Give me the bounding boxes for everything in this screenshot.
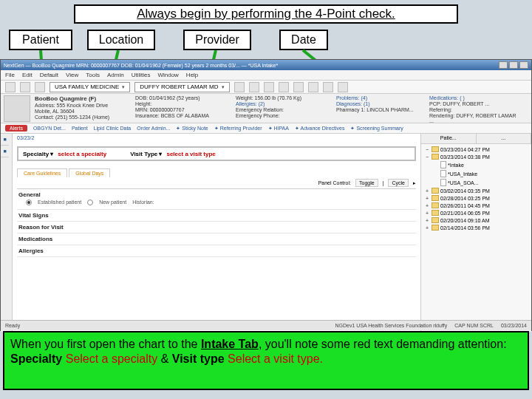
patient-banner: BooBoo Quagmire (F) Address: 555 Knock K…	[1, 94, 531, 123]
vtab-1[interactable]: ■	[1, 134, 9, 146]
status-env: NGDev1 USA Health Services Foundation rl…	[335, 323, 448, 328]
app-window: NextGen — BooBoo Quagmire MRN: 000000776…	[0, 59, 532, 331]
patient-dob: DOB: 01/04/1962 (52 years)	[135, 95, 231, 100]
encounter-date-header: 03/23/2	[13, 134, 420, 142]
left-tabstrip: ■ ■	[1, 134, 13, 332]
section-reason[interactable]: Reason for Visit	[17, 222, 416, 233]
menu-tools[interactable]: Tools	[86, 72, 100, 78]
toolbar-icon-6[interactable]	[308, 82, 318, 92]
radio-new[interactable]	[87, 200, 93, 205]
visit-type-label[interactable]: Visit Type ▾	[130, 151, 162, 157]
panel-control-label: Panel Control:	[318, 180, 351, 185]
practice-select[interactable]: USA FAMILY MEDICINE▾	[50, 82, 130, 92]
patient-photo	[4, 95, 30, 122]
patient-medications[interactable]: Medications: ( )	[429, 95, 518, 100]
patient-diagnoses[interactable]: Diagnoses: (1)	[336, 101, 425, 106]
patient-emph: Emergency Phone:	[236, 113, 332, 118]
check-date: Date	[279, 30, 328, 50]
maximize-button[interactable]	[509, 61, 518, 69]
workarea: ■ ■ 03/23/2 Specialty ▾ select a special…	[1, 134, 531, 332]
historian-label: Historian:	[132, 200, 154, 205]
close-window-button[interactable]	[519, 61, 528, 69]
tree-row[interactable]: *Intake	[424, 160, 528, 169]
specialty-bar: Specialty ▾ select a specialty Visit Typ…	[17, 146, 416, 161]
menu-default[interactable]: Default	[40, 72, 58, 78]
alerts-badge[interactable]: Alerts	[5, 125, 27, 132]
tree-top[interactable]: −03/23/2014 04:27 PM	[424, 146, 528, 153]
patient-problems[interactable]: Problems: (4)	[336, 95, 425, 100]
subtab-care[interactable]: Care Guidelines	[17, 168, 67, 177]
intake-sections: General Established patient New patient …	[17, 189, 416, 332]
tree-row[interactable]: +02/20/2014 09:10 AM	[424, 216, 528, 224]
menu-admin[interactable]: Admin	[107, 72, 124, 78]
app-titlebar: NextGen — BooBoo Quagmire MRN: 000000776…	[1, 60, 531, 70]
link-advdir[interactable]: ✦ Advance Directives	[295, 126, 344, 132]
menu-window[interactable]: Window	[157, 72, 178, 78]
toolbar-icon-7[interactable]	[323, 82, 333, 92]
specialty-label[interactable]: Specialty ▾	[23, 151, 53, 157]
tree-row[interactable]: *USA_Intake	[424, 169, 528, 178]
sub-tabs: Care Guidelines Global Days	[17, 166, 416, 177]
cycle-button[interactable]: Cycle	[388, 179, 409, 187]
nav-fwd-icon[interactable]	[20, 82, 30, 92]
tree-row[interactable]: −03/23/2014 03:38 PM	[424, 153, 528, 160]
patient-height: Height:	[135, 101, 231, 106]
history-tab-patient[interactable]: Patie...	[421, 134, 477, 143]
menu-edit[interactable]: Edit	[22, 72, 33, 78]
toolbar-icon-2[interactable]	[249, 82, 259, 92]
section-vitals[interactable]: Vital Signs	[17, 210, 416, 222]
minimize-button[interactable]	[499, 61, 508, 69]
section-allergies[interactable]: Allergies	[17, 245, 416, 257]
visit-type-prompt[interactable]: select a visit type	[166, 151, 215, 157]
link-patient[interactable]: Patient	[72, 126, 88, 131]
panel-control: Panel Control: Toggle | Cycle ▸	[17, 177, 416, 189]
radio-established[interactable]	[26, 200, 32, 205]
section-medications[interactable]: Medications	[17, 233, 416, 245]
tree-row[interactable]: +02/28/2014 03:25 PM	[424, 194, 528, 202]
link-orderadmin[interactable]: Order Admin...	[137, 126, 170, 131]
toolbar-icon-1[interactable]	[234, 82, 245, 92]
check-location: Location	[87, 30, 155, 50]
link-sticky[interactable]: ✦ Sticky Note	[176, 126, 208, 132]
status-date: 03/23/2014	[501, 323, 527, 328]
toolbar-icon-4[interactable]	[279, 82, 289, 92]
history-tab-other[interactable]: ...	[477, 134, 532, 143]
toolbar-icon-3[interactable]	[264, 82, 274, 92]
specialty-prompt[interactable]: select a specialty	[58, 151, 106, 157]
patient-allergies[interactable]: Allergies: (2)	[236, 101, 332, 106]
provider-select[interactable]: DUFFY ROBERT LAMAR MD▾	[134, 82, 229, 92]
panel-arrow-icon[interactable]: ▸	[413, 180, 416, 186]
patient-pharmacy: Pharmacy 1: LINCOLN PHARM...	[336, 107, 425, 112]
obgyn-detail-link[interactable]: OBGYN Det...	[33, 126, 66, 131]
home-icon[interactable]	[35, 82, 45, 92]
link-screening[interactable]: ✦ Screening Summary	[350, 126, 403, 132]
patient-emrel: Emergency Relation:	[236, 107, 332, 112]
menu-view[interactable]: View	[66, 72, 78, 78]
tree-row[interactable]: *USA_SOA...	[424, 178, 528, 187]
toggle-button[interactable]: Toggle	[355, 179, 378, 187]
toolbar-icon-8[interactable]	[338, 82, 348, 92]
vtab-2[interactable]: ■	[1, 146, 9, 157]
history-pane: Patie... ... −03/23/2014 04:27 PM −03/23…	[420, 134, 531, 332]
nav-back-icon[interactable]	[5, 82, 16, 92]
patient-mrn: MRN: 000000007767	[135, 107, 231, 112]
link-referring[interactable]: ✦ Referring Provider	[214, 126, 262, 132]
patient-insurance: Insurance: BCBS OF ALABAMA	[135, 113, 231, 118]
subtab-global[interactable]: Global Days	[69, 168, 110, 177]
patient-address2: Mobile, AL 36604	[35, 109, 131, 114]
tree-row[interactable]: +02/14/2014 03:56 PM	[424, 224, 528, 231]
explainer-box: When you first open the chart to the Int…	[3, 331, 529, 390]
toolbar-icon-5[interactable]	[293, 82, 304, 92]
patient-name: BooBoo Quagmire (F)	[35, 95, 131, 102]
patient-address1: Address: 555 Knock Knee Drive	[35, 103, 131, 108]
tree-row[interactable]: +02/26/2011 04:45 PM	[424, 202, 528, 209]
tree-row[interactable]: +02/21/2014 06:05 PM	[424, 209, 528, 216]
menu-file[interactable]: File	[5, 72, 15, 78]
link-hipaa[interactable]: ✦ HIPAA	[268, 126, 289, 132]
link-lipid[interactable]: Lipid Clinic Data	[94, 126, 132, 131]
tree-row[interactable]: +03/02/2014 03:35 PM	[424, 187, 528, 194]
menu-utilities[interactable]: Utilities	[132, 72, 151, 78]
links-bar: Alerts OBGYN Det... Patient Lipid Clinic…	[1, 123, 531, 134]
menu-help[interactable]: Help	[186, 72, 198, 78]
window-controls	[499, 61, 528, 69]
